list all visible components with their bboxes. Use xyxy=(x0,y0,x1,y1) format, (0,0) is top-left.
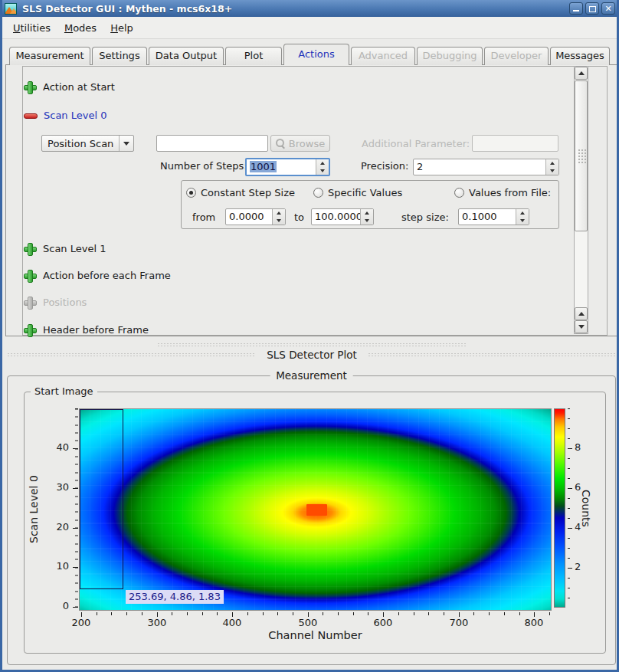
app-icon xyxy=(5,3,17,15)
step-size-spinbox[interactable]: 0.1000 xyxy=(458,208,529,225)
radio-icon xyxy=(454,188,464,198)
tab-actions[interactable]: Actions xyxy=(283,44,349,65)
tab-developer[interactable]: Developer xyxy=(484,47,549,65)
menu-modes[interactable]: Modes xyxy=(57,20,103,36)
colorbar xyxy=(554,408,565,608)
arrow-up-icon xyxy=(578,312,585,316)
title-bar[interactable]: SLS Detector GUI : Mythen - mcs6x18+ ✕ xyxy=(0,0,619,17)
scrollbar-thumb[interactable] xyxy=(575,80,588,231)
to-spinbox[interactable]: 100.0000 xyxy=(311,208,374,225)
application-window: SLS Detector GUI : Mythen - mcs6x18+ ✕ U… xyxy=(0,0,619,672)
radio-label: Constant Step Size xyxy=(201,187,295,198)
precision-value: 2 xyxy=(414,159,545,175)
menu-utilities[interactable]: Utilities xyxy=(6,20,57,36)
menu-bar: Utilities Modes Help xyxy=(0,17,619,39)
magnifier-icon xyxy=(276,139,285,148)
header-before-frame-label[interactable]: Header before Frame xyxy=(43,324,149,336)
collapse-minus-icon[interactable] xyxy=(24,110,36,121)
close-button[interactable]: ✕ xyxy=(601,2,615,15)
action-at-start-label[interactable]: Action at Start xyxy=(43,81,115,93)
from-value: 0.0000 xyxy=(226,209,272,225)
tab-messages[interactable]: Messages xyxy=(550,47,610,65)
x-tick-label: 200 xyxy=(62,617,100,628)
cursor-position-tooltip: 253.69, 4.86, 1.83 xyxy=(126,590,224,604)
scan-script-input[interactable] xyxy=(156,135,268,152)
expand-plus-icon[interactable] xyxy=(24,81,35,93)
precision-spinbox[interactable]: 2 xyxy=(413,159,559,175)
maximize-icon xyxy=(589,6,596,12)
x-tick-label: 600 xyxy=(364,617,402,628)
scroll-up-button[interactable] xyxy=(575,67,588,80)
y-tick-label: 30 xyxy=(43,481,69,493)
radio-label: Values from File: xyxy=(469,187,551,198)
scan-mode-value: Position Scan xyxy=(42,138,119,149)
scan-level-0-label[interactable]: Scan Level 0 xyxy=(44,110,106,121)
action-at-start-row[interactable]: Action at Start xyxy=(24,80,115,93)
expand-plus-icon-disabled xyxy=(24,297,35,308)
radio-constant-step-size[interactable]: Constant Step Size xyxy=(186,187,295,198)
action-before-frame-row[interactable]: Action before each Frame xyxy=(24,269,171,281)
chevron-down-icon xyxy=(123,142,129,146)
heatmap-plot[interactable]: 253.69, 4.86, 1.83 xyxy=(79,408,552,611)
splitter-row[interactable]: SLS Detector Plot xyxy=(7,349,617,361)
x-tick-label: 800 xyxy=(515,617,553,628)
scan-level-1-row[interactable]: Scan Level 1 xyxy=(24,242,106,254)
number-of-steps-value: 1001 xyxy=(250,161,277,172)
to-value: 100.0000 xyxy=(312,209,360,225)
radio-specific-values[interactable]: Specific Values xyxy=(313,187,402,198)
y-tick-mark xyxy=(73,607,78,608)
tab-data-output[interactable]: Data Output xyxy=(149,47,224,65)
spinbox-arrows[interactable] xyxy=(272,209,285,225)
spinbox-arrows[interactable] xyxy=(360,209,373,225)
maximize-button[interactable] xyxy=(585,2,599,15)
tab-advanced[interactable]: Advanced xyxy=(351,47,415,65)
x-tick-label: 400 xyxy=(213,617,251,628)
scan-level-1-label[interactable]: Scan Level 1 xyxy=(43,243,106,254)
scan-mode-combobox[interactable]: Position Scan xyxy=(41,135,134,152)
window-title: SLS Detector GUI : Mythen - mcs6x18+ xyxy=(22,3,232,15)
menu-help[interactable]: Help xyxy=(103,20,140,36)
y-axis-minor-ticks xyxy=(75,408,78,607)
tab-bar: Measurement Settings Data Output Plot Ac… xyxy=(9,45,611,65)
scroll-up-button-bottom[interactable] xyxy=(575,307,588,320)
vertical-scrollbar[interactable] xyxy=(574,66,588,334)
positions-row: Positions xyxy=(24,296,87,308)
scrollbar-grip xyxy=(578,149,586,164)
spinbox-arrows[interactable] xyxy=(545,159,558,175)
additional-parameter-input[interactable] xyxy=(472,135,558,152)
expand-plus-icon[interactable] xyxy=(24,243,35,254)
from-spinbox[interactable]: 0.0000 xyxy=(225,208,286,225)
spinbox-arrows[interactable] xyxy=(516,209,529,225)
tab-plot[interactable]: Plot xyxy=(225,47,282,65)
tab-settings[interactable]: Settings xyxy=(92,47,147,65)
scroll-down-button[interactable] xyxy=(575,320,588,333)
splitter-handle[interactable] xyxy=(157,343,467,347)
x-tick-label: 300 xyxy=(138,617,176,628)
browse-button[interactable]: Browse xyxy=(270,135,330,152)
actions-tab-pane: Action at Start Scan Level 0 Position Sc… xyxy=(5,64,618,336)
y-axis-title: Scan Level 0 xyxy=(28,408,41,611)
browse-button-label: Browse xyxy=(289,138,325,149)
y-tick-label: 20 xyxy=(43,521,69,533)
positions-label: Positions xyxy=(43,297,87,308)
header-before-frame-row[interactable]: Header before Frame xyxy=(24,323,149,336)
expand-plus-icon[interactable] xyxy=(24,270,35,281)
tab-measurement[interactable]: Measurement xyxy=(9,47,90,65)
radio-label: Specific Values xyxy=(328,187,402,198)
arrow-down-icon xyxy=(578,325,585,329)
scan-level-0-row[interactable]: Scan Level 0 xyxy=(24,109,106,121)
zoom-selection-rectangle[interactable] xyxy=(80,409,123,589)
minimize-button[interactable] xyxy=(569,2,583,15)
action-before-frame-label[interactable]: Action before each Frame xyxy=(43,270,171,281)
tab-debugging[interactable]: Debugging xyxy=(417,47,483,65)
number-of-steps-spinbox[interactable]: 1001 xyxy=(245,158,330,176)
combo-dropdown-button[interactable] xyxy=(119,136,133,151)
radio-values-from-file[interactable]: Values from File: xyxy=(454,187,551,198)
additional-parameter-label: Additional Parameter: xyxy=(362,138,470,149)
x-axis-title: Channel Number xyxy=(79,629,552,641)
expand-plus-icon[interactable] xyxy=(24,324,35,336)
spinbox-arrows[interactable] xyxy=(316,159,329,175)
measurement-title: Measurement xyxy=(270,369,353,382)
heatmap-peak xyxy=(306,504,327,516)
precision-label: Precision: xyxy=(361,160,408,172)
